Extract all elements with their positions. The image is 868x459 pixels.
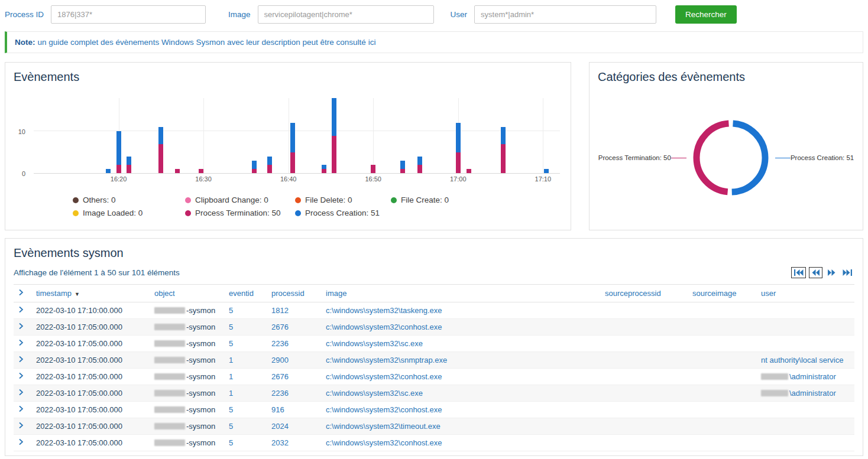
legend-item[interactable]: Others: 0 (73, 196, 185, 204)
row-expand-chevron[interactable] (14, 385, 31, 402)
col-sourceimage[interactable]: sourceimage (688, 285, 756, 302)
cell-image[interactable]: c:\windows\system32\timeout.exe (321, 418, 600, 435)
stacked-bar[interactable] (332, 98, 336, 173)
bar-segment-process-creation (127, 157, 131, 165)
summary-row: Affichage de l'élément 1 à 50 sur 101 él… (14, 267, 854, 278)
cell-image[interactable]: c:\windows\system32\conhost.exe (321, 319, 600, 336)
stacked-bar[interactable] (371, 98, 375, 173)
row-expand-chevron[interactable] (14, 435, 31, 451)
bar-segment-process-creation (332, 98, 336, 136)
donut-slice[interactable] (732, 123, 765, 192)
donut-slice[interactable] (697, 123, 728, 192)
stacked-bar[interactable] (322, 98, 326, 173)
sysmon-dashboard: Process ID Image User Rechercher Note:un… (0, 0, 868, 456)
note-link[interactable]: ici (368, 38, 376, 47)
legend-item[interactable]: Image Loaded: 0 (73, 209, 185, 217)
row-expand-chevron[interactable] (14, 319, 31, 336)
stacked-bar[interactable] (400, 98, 405, 173)
bar-segment-process-termination (501, 144, 506, 173)
rewind-icon (811, 269, 820, 276)
stacked-bar[interactable] (501, 98, 506, 173)
legend-item[interactable]: File Delete: 0 (295, 196, 391, 204)
legend-label: File Delete: 0 (305, 196, 352, 204)
stacked-bar[interactable] (158, 98, 163, 173)
user-input[interactable] (474, 5, 656, 24)
cell-object: -sysmon (150, 418, 224, 435)
chevron-right-icon (18, 289, 24, 296)
cell-object: -sysmon (150, 369, 224, 385)
cell-image[interactable]: c:\windows\system32\snmptrap.exe (321, 352, 600, 369)
categories-donut (686, 113, 775, 202)
legend-color-dot (295, 210, 301, 216)
col-object[interactable]: object (150, 285, 224, 302)
cell-user (756, 336, 854, 352)
stacked-bar[interactable] (116, 98, 121, 173)
redacted-hostname (154, 406, 185, 413)
chevron-right-icon (18, 438, 24, 445)
bar-segment-process-termination (371, 165, 375, 173)
expand-all-chevron[interactable] (14, 285, 31, 302)
cell-image[interactable]: c:\windows\system32\sc.exe (321, 385, 600, 402)
legend-item[interactable]: Process Termination: 50 (185, 209, 295, 217)
col-timestamp[interactable]: timestamp▼ (31, 285, 150, 302)
redacted-hostname (154, 440, 185, 446)
cell-image[interactable]: c:\windows\system32\conhost.exe (321, 435, 600, 451)
stacked-bar[interactable] (267, 98, 272, 173)
row-expand-chevron[interactable] (14, 352, 31, 369)
pagination-prev-button[interactable] (809, 267, 822, 278)
cell-user (756, 418, 854, 435)
row-expand-chevron[interactable] (14, 302, 31, 319)
cell-image[interactable]: c:\windows\system32\taskeng.exe (321, 302, 600, 319)
row-expand-chevron[interactable] (14, 336, 31, 352)
col-processid[interactable]: processid (267, 285, 321, 302)
stacked-bar[interactable] (175, 98, 180, 173)
search-button[interactable]: Rechercher (675, 5, 737, 24)
col-user[interactable]: user (756, 285, 854, 302)
process-id-input[interactable] (51, 5, 206, 24)
y-axis: 010 (14, 98, 30, 174)
stacked-bar[interactable] (199, 98, 203, 173)
stacked-bar[interactable] (467, 98, 471, 173)
cell-image[interactable]: c:\windows\system32\conhost.exe (321, 369, 600, 385)
skip-last-icon (843, 269, 853, 276)
x-tick-label: 16:30 (195, 175, 212, 183)
row-expand-chevron[interactable] (14, 369, 31, 385)
pagination-summary: Affichage de l'élément 1 à 50 sur 101 él… (14, 268, 180, 277)
legend-label: Others: 0 (83, 196, 116, 204)
stacked-bar[interactable] (252, 98, 257, 173)
cell-sourceimage (688, 319, 756, 336)
bar-segment-process-termination (400, 169, 405, 173)
legend-color-dot (185, 210, 191, 216)
pagination-next-button[interactable] (825, 268, 838, 278)
bar-segment-process-termination (158, 144, 163, 173)
cell-image[interactable]: c:\windows\system32\conhost.exe (321, 402, 600, 418)
legend-item[interactable]: Process Creation: 51 (295, 209, 391, 217)
cell-user (756, 402, 854, 418)
cell-image[interactable]: c:\windows\system32\sc.exe (321, 336, 600, 352)
row-expand-chevron[interactable] (14, 402, 31, 418)
cell-user (756, 319, 854, 336)
image-input[interactable] (258, 5, 434, 24)
bar-segment-process-termination (267, 165, 272, 173)
stacked-bar[interactable] (127, 98, 131, 173)
col-sourceprocessid[interactable]: sourceprocessid (600, 285, 688, 302)
cell-eventid: 5 (224, 319, 267, 336)
events-legend: Others: 0Clipboard Change: 0File Delete:… (73, 196, 562, 217)
row-expand-chevron[interactable] (14, 418, 31, 435)
pagination-last-button[interactable] (841, 268, 854, 278)
stacked-bar[interactable] (544, 98, 549, 173)
legend-item[interactable]: Clipboard Change: 0 (185, 196, 295, 204)
note-prefix: Note: (15, 38, 35, 47)
stacked-bar[interactable] (106, 98, 111, 173)
col-image[interactable]: image (321, 285, 600, 302)
col-eventid[interactable]: eventid (224, 285, 267, 302)
cell-object: -sysmon (150, 385, 224, 402)
legend-item[interactable]: File Create: 0 (391, 196, 562, 204)
x-tick-label: 17:00 (450, 175, 467, 183)
stacked-bar[interactable] (290, 98, 295, 173)
categories-panel: Catégories des évènements Process Termin… (589, 62, 863, 230)
bar-segment-process-creation (252, 161, 257, 169)
stacked-bar[interactable] (456, 98, 461, 173)
stacked-bar[interactable] (417, 98, 422, 173)
pagination-first-button[interactable] (791, 267, 806, 278)
